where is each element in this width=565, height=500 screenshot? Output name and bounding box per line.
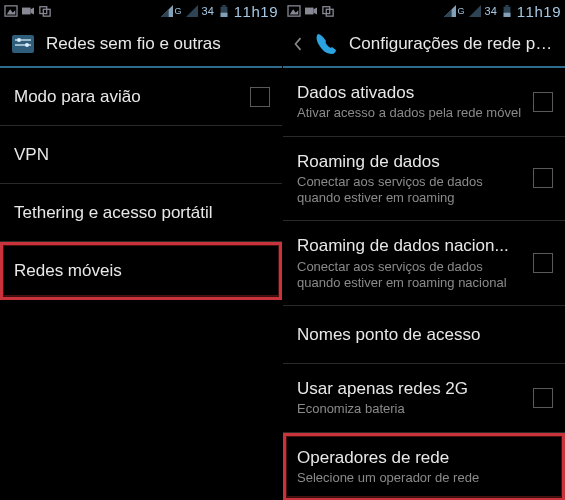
svg-marker-1 — [7, 9, 16, 14]
row-subtitle: Conectar aos serviços de dados quando es… — [297, 259, 525, 292]
network-type-label: G — [175, 6, 182, 16]
row-apn[interactable]: Nomes ponto de acesso — [283, 306, 565, 364]
svg-rect-19 — [305, 8, 314, 15]
gallery-indicator-icon — [287, 5, 301, 17]
phone-icon — [313, 31, 339, 57]
screen-header: Redes sem fio e outras — [0, 22, 282, 68]
phone-left: G 34 11h19 Redes sem fio e outras Modo p… — [0, 0, 282, 500]
row-use-2g[interactable]: Usar apenas redes 2G Economiza bateria — [283, 364, 565, 433]
row-subtitle: Conectar aos serviços de dados quando es… — [297, 174, 525, 207]
settings-list: Modo para avião VPN Tethering e acesso p… — [0, 68, 282, 300]
row-national-roaming[interactable]: Roaming de dados nacion... Conectar aos … — [283, 221, 565, 306]
status-bar: G 34 11h19 — [283, 0, 565, 22]
row-title: Modo para avião — [14, 86, 242, 107]
row-subtitle: Selecione um operador de rede — [297, 470, 545, 486]
settings-sliders-icon — [10, 31, 36, 57]
row-title: Operadores de rede — [297, 447, 545, 468]
use-2g-checkbox[interactable] — [533, 388, 553, 408]
airplane-mode-checkbox[interactable] — [250, 87, 270, 107]
row-title: Roaming de dados nacion... — [297, 235, 525, 256]
svg-point-15 — [17, 38, 21, 42]
svg-marker-24 — [444, 9, 452, 17]
row-subtitle: Ativar acesso a dados pela rede móvel — [297, 105, 525, 121]
row-data-enabled[interactable]: Dados ativados Ativar acesso a dados pel… — [283, 68, 565, 137]
row-airplane-mode[interactable]: Modo para avião — [0, 68, 282, 126]
svg-rect-11 — [222, 5, 225, 7]
row-title: Nomes ponto de acesso — [297, 324, 545, 345]
row-network-operators[interactable]: Operadores de rede Selecione um operador… — [283, 433, 565, 501]
row-data-roaming[interactable]: Roaming de dados Conectar aos serviços d… — [283, 137, 565, 222]
gallery-indicator-icon — [4, 5, 18, 17]
screenshot-indicator-icon — [321, 5, 335, 17]
svg-marker-3 — [31, 8, 34, 15]
screen-header: Configurações de rede para ce... — [283, 22, 565, 68]
battery-icon — [500, 5, 514, 17]
svg-rect-10 — [220, 13, 227, 17]
status-bar: G 34 11h19 — [0, 0, 282, 22]
svg-marker-18 — [290, 9, 299, 14]
battery-percent: 34 — [202, 5, 214, 17]
row-title: VPN — [14, 144, 262, 165]
svg-marker-20 — [314, 8, 317, 15]
row-title: Redes móveis — [14, 260, 262, 281]
phone-right: G 34 11h19 Configurações de rede para ce… — [283, 0, 565, 500]
svg-marker-7 — [161, 9, 169, 17]
battery-percent: 34 — [485, 5, 497, 17]
svg-marker-25 — [469, 5, 481, 17]
svg-rect-2 — [22, 8, 31, 15]
back-chevron-icon[interactable] — [293, 31, 303, 57]
cell-signal-icon — [443, 5, 457, 17]
svg-rect-27 — [503, 13, 510, 17]
svg-point-16 — [25, 43, 29, 47]
screen-title: Configurações de rede para ce... — [349, 34, 555, 54]
video-indicator-icon — [21, 5, 35, 17]
svg-marker-8 — [186, 5, 198, 17]
row-title: Dados ativados — [297, 82, 525, 103]
cell-signal-icon-2 — [468, 5, 482, 17]
battery-icon — [217, 5, 231, 17]
row-title: Tethering e acesso portátil — [14, 202, 262, 223]
row-mobile-networks[interactable]: Redes móveis — [0, 242, 282, 300]
cell-signal-icon-2 — [185, 5, 199, 17]
screen-title: Redes sem fio e outras — [46, 34, 221, 54]
svg-rect-28 — [505, 5, 508, 7]
clock: 11h19 — [517, 3, 561, 20]
clock: 11h19 — [234, 3, 278, 20]
row-title: Roaming de dados — [297, 151, 525, 172]
settings-list: Dados ativados Ativar acesso a dados pel… — [283, 68, 565, 500]
data-roaming-checkbox[interactable] — [533, 168, 553, 188]
row-subtitle: Economiza bateria — [297, 401, 525, 417]
national-roaming-checkbox[interactable] — [533, 253, 553, 273]
video-indicator-icon — [304, 5, 318, 17]
data-enabled-checkbox[interactable] — [533, 92, 553, 112]
cell-signal-icon — [160, 5, 174, 17]
row-title: Usar apenas redes 2G — [297, 378, 525, 399]
screenshot-indicator-icon — [38, 5, 52, 17]
row-vpn[interactable]: VPN — [0, 126, 282, 184]
network-type-label: G — [458, 6, 465, 16]
row-tethering[interactable]: Tethering e acesso portátil — [0, 184, 282, 242]
